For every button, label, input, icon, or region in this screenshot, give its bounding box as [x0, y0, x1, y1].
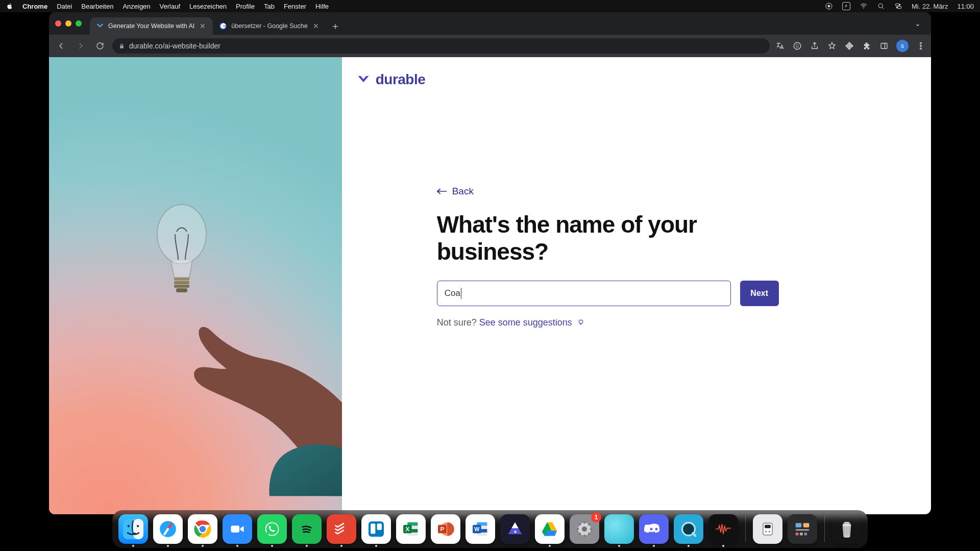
- brand-logo[interactable]: durable: [354, 71, 931, 88]
- svg-rect-20: [174, 281, 189, 284]
- dock-badge: 1: [591, 512, 601, 522]
- nav-forward-button[interactable]: [74, 39, 88, 53]
- business-name-input[interactable]: Coa: [437, 281, 731, 306]
- menu-item[interactable]: Hilfe: [315, 3, 329, 10]
- browser-tab-active[interactable]: Generate Your Website with AI ✕: [90, 17, 213, 35]
- menubar-record-icon[interactable]: [825, 2, 833, 10]
- menubar-control-center-icon[interactable]: [894, 2, 902, 10]
- hero-image: [49, 57, 342, 514]
- window-traffic-lights: [55, 20, 82, 27]
- extension-color-icon[interactable]: [844, 41, 854, 51]
- dock-app-circle[interactable]: [604, 514, 634, 544]
- svg-rect-36: [231, 525, 240, 532]
- menubar-time[interactable]: 11:00: [957, 3, 974, 10]
- form-pane: durable Back What's the name of your bus…: [342, 57, 931, 514]
- window-zoom-button[interactable]: [76, 20, 82, 27]
- dock-app-quicktime[interactable]: [674, 514, 703, 544]
- nav-reload-button[interactable]: [93, 39, 107, 53]
- browser-tab[interactable]: übersetzer - Google Suche ✕: [213, 17, 326, 35]
- svg-marker-57: [511, 522, 518, 529]
- menubar-battery-icon[interactable]: ⚡︎: [842, 2, 850, 10]
- menubar-date[interactable]: Mi. 22. März: [912, 3, 948, 10]
- menubar-app-name[interactable]: Chrome: [22, 3, 47, 10]
- dock-recent-expose[interactable]: [788, 514, 817, 544]
- dock-app-imovie[interactable]: ★: [500, 514, 530, 544]
- next-button[interactable]: Next: [740, 281, 779, 306]
- page-viewport: durable Back What's the name of your bus…: [49, 57, 931, 514]
- svg-text:★: ★: [513, 530, 517, 534]
- chrome-menu-icon[interactable]: [916, 41, 926, 51]
- dock-recent-utility[interactable]: [753, 514, 782, 544]
- svg-point-7: [896, 7, 898, 8]
- site-lock-icon[interactable]: [118, 43, 125, 49]
- chrome-tabstrip: Generate Your Website with AI ✕ übersetz…: [49, 12, 931, 35]
- tab-close-icon[interactable]: ✕: [312, 22, 320, 30]
- dock-app-excel[interactable]: X: [396, 514, 426, 544]
- window-close-button[interactable]: [55, 20, 61, 27]
- window-minimize-button[interactable]: [65, 20, 71, 27]
- translate-extension-icon[interactable]: [775, 41, 785, 51]
- dock-app-zoom[interactable]: [223, 514, 252, 544]
- svg-point-74: [765, 531, 767, 532]
- menu-item[interactable]: Anzeigen: [122, 3, 150, 10]
- dock-app-trello[interactable]: [361, 514, 391, 544]
- dock-app-settings[interactable]: 1: [570, 514, 599, 544]
- sidepanel-icon[interactable]: [879, 41, 889, 51]
- dock-app-word[interactable]: W: [465, 514, 495, 544]
- not-sure-text: Not sure?: [437, 317, 479, 328]
- svg-point-26: [128, 525, 130, 527]
- tab-close-icon[interactable]: ✕: [199, 22, 207, 30]
- next-label: Next: [750, 289, 768, 298]
- dock-app-audio[interactable]: [708, 514, 738, 544]
- new-tab-button[interactable]: ＋: [328, 19, 342, 33]
- menu-item[interactable]: Tab: [264, 3, 275, 10]
- apple-menu-icon[interactable]: [6, 3, 13, 10]
- dock-app-todoist[interactable]: [327, 514, 356, 544]
- svg-point-83: [844, 522, 849, 523]
- menu-item[interactable]: Verlauf: [160, 3, 180, 10]
- svg-point-27: [137, 525, 139, 527]
- svg-point-1: [828, 5, 830, 7]
- address-bar-url: durable.co/ai-website-builder: [129, 42, 220, 50]
- svg-rect-78: [796, 529, 810, 531]
- svg-rect-76: [796, 523, 802, 527]
- profile-avatar[interactable]: s: [896, 40, 909, 52]
- svg-text:P: P: [440, 525, 444, 532]
- dock-app-safari[interactable]: [153, 514, 183, 544]
- dock-app-spotify[interactable]: [292, 514, 322, 544]
- svg-rect-73: [765, 525, 771, 529]
- bookmark-star-icon[interactable]: [827, 41, 837, 51]
- svg-point-67: [582, 527, 587, 532]
- dock-app-powerpoint[interactable]: P: [431, 514, 460, 544]
- menu-item[interactable]: Bearbeiten: [81, 3, 113, 10]
- menu-item[interactable]: Fenster: [284, 3, 306, 10]
- dock-app-finder[interactable]: [118, 514, 148, 544]
- svg-text:G: G: [796, 44, 799, 48]
- nav-back-button[interactable]: [54, 39, 68, 53]
- extensions-puzzle-icon[interactable]: [862, 41, 872, 51]
- back-button[interactable]: Back: [437, 186, 474, 197]
- input-value: Coa: [445, 288, 460, 298]
- tab-title: Generate Your Website with AI: [108, 22, 194, 30]
- menubar-spotlight-icon[interactable]: [877, 2, 885, 10]
- svg-rect-19: [174, 278, 189, 281]
- menu-item[interactable]: Datei: [57, 3, 72, 10]
- svg-point-75: [769, 531, 770, 532]
- dock-trash[interactable]: [832, 514, 862, 544]
- svg-rect-6: [897, 7, 901, 9]
- see-suggestions-link[interactable]: See some suggestions: [479, 317, 572, 328]
- tabs-dropdown-icon[interactable]: ⌄: [911, 17, 925, 30]
- menu-item[interactable]: Profile: [236, 3, 255, 10]
- address-bar[interactable]: durable.co/ai-website-builder: [112, 38, 770, 54]
- svg-point-23: [579, 320, 583, 323]
- page-headline: What's the name of your business?: [437, 211, 723, 265]
- dock-app-discord[interactable]: [639, 514, 669, 544]
- arrow-left-icon: [437, 188, 447, 195]
- dock-app-drive[interactable]: [535, 514, 565, 544]
- google-extension-icon[interactable]: G: [792, 41, 802, 51]
- menu-item[interactable]: Lesezeichen: [189, 3, 227, 10]
- share-icon[interactable]: [810, 41, 820, 51]
- dock-app-whatsapp[interactable]: [257, 514, 287, 544]
- dock-app-chrome[interactable]: [188, 514, 217, 544]
- menubar-wifi-icon[interactable]: [860, 2, 868, 10]
